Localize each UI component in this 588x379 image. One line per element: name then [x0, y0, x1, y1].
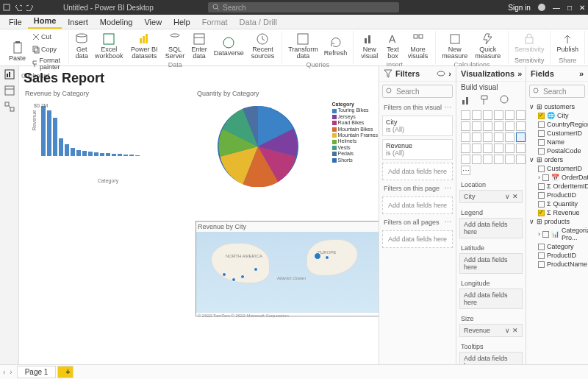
recent-sources-button[interactable]: Recent sources: [248, 31, 277, 61]
save-icon[interactable]: [3, 4, 10, 11]
tab-file[interactable]: File: [3, 15, 28, 29]
field-productname[interactable]: ProductName: [526, 260, 588, 269]
format-icon[interactable]: [480, 94, 492, 106]
viz-scatter[interactable]: [472, 132, 481, 142]
chevron-icon[interactable]: ›: [448, 69, 451, 78]
field-well-location[interactable]: City∨ ✕: [459, 190, 523, 203]
visual-bar-chart[interactable]: Revenue by Category Revenue $0.2M Catego…: [24, 88, 193, 228]
chevron-icon[interactable]: »: [579, 69, 584, 78]
more-icon[interactable]: ⋯: [445, 219, 451, 226]
analytics-icon[interactable]: [499, 94, 511, 106]
tab-data-drill[interactable]: Data / Drill: [234, 15, 283, 29]
viz-100-col[interactable]: [516, 110, 526, 120]
field-well-longitude[interactable]: Add data fields here: [459, 288, 523, 309]
viz-r[interactable]: [472, 155, 481, 164]
signin-link[interactable]: Sign in: [508, 4, 531, 12]
add-filter-well-page[interactable]: Add data fields here: [382, 196, 453, 214]
avatar-icon[interactable]: [538, 4, 545, 11]
viz-stacked-bar[interactable]: [461, 110, 470, 120]
page-tab-1[interactable]: Page 1: [17, 366, 57, 378]
pbi-datasets-button[interactable]: Power BI datasets: [128, 31, 161, 61]
viz-donut[interactable]: [494, 132, 503, 142]
tab-insert[interactable]: Insert: [62, 15, 94, 29]
viz-clustered-bar[interactable]: [483, 110, 492, 120]
field-name[interactable]: Name: [526, 138, 588, 146]
field-well-legend[interactable]: Add data fields here: [459, 218, 523, 238]
table-products[interactable]: ∨ ⊞ products: [526, 217, 588, 226]
tab-home[interactable]: Home: [28, 14, 62, 29]
field-well-size[interactable]: Revenue∨ ✕: [459, 324, 523, 337]
viz-ribbon[interactable]: [505, 121, 514, 131]
tab-view[interactable]: View: [138, 15, 168, 29]
viz-clustered-col[interactable]: [494, 110, 503, 120]
visual-pie-chart[interactable]: Quantity by Category Category Touring Bi…: [196, 88, 379, 221]
viz-funnel[interactable]: [461, 132, 470, 142]
copy-button[interactable]: Copy: [30, 43, 64, 55]
enter-data-button[interactable]: Enter data: [189, 31, 209, 61]
field-postalcode[interactable]: PostalCode: [526, 146, 588, 155]
close-button[interactable]: ✕: [579, 4, 585, 12]
tab-modeling[interactable]: Modeling: [94, 15, 139, 29]
field-orderitemid[interactable]: Σ OrderItemID: [526, 182, 588, 191]
more-visuals-button[interactable]: More visuals: [405, 31, 431, 61]
tab-format[interactable]: Format: [196, 15, 234, 29]
paste-button[interactable]: Paste: [7, 40, 27, 63]
chevron-icon[interactable]: »: [517, 69, 522, 78]
viz-waterfall[interactable]: [516, 121, 526, 131]
field-categorized[interactable]: › 📊 Categorized Pro...: [526, 226, 588, 242]
viz-py[interactable]: [483, 155, 492, 164]
field-customerid[interactable]: CustomerID: [526, 129, 588, 138]
viz-slicer[interactable]: [505, 144, 514, 153]
new-visual-button[interactable]: New visual: [358, 31, 381, 61]
next-page-icon[interactable]: ›: [10, 368, 12, 376]
field-well-tooltips[interactable]: Add data fields here: [459, 352, 523, 364]
viz-more[interactable]: ⋯: [461, 166, 470, 175]
viz-line[interactable]: [461, 121, 470, 131]
viz-treemap[interactable]: [505, 132, 514, 142]
viz-card[interactable]: [483, 144, 492, 153]
minimize-button[interactable]: —: [553, 4, 560, 12]
cut-button[interactable]: Cut: [30, 31, 64, 43]
redo-icon[interactable]: [26, 4, 34, 11]
get-data-button[interactable]: Get data: [74, 31, 91, 61]
field-city[interactable]: 🌐 City: [526, 111, 588, 120]
viz-stacked-col[interactable]: [472, 110, 481, 120]
field-o-customerid[interactable]: CustomerID: [526, 164, 588, 173]
field-orderdate[interactable]: › 📅 OrderDate: [526, 173, 588, 182]
publish-button[interactable]: Publish: [555, 31, 580, 54]
undo-icon[interactable]: [15, 4, 22, 11]
viz-decomp[interactable]: [505, 155, 514, 164]
fields-search[interactable]: Search: [529, 85, 585, 98]
report-canvas[interactable]: Sales Report Revenue by Category Revenue…: [19, 66, 379, 364]
filter-card-city[interactable]: Cityis (All): [382, 116, 453, 136]
viz-gauge[interactable]: [472, 144, 481, 153]
viz-100-bar[interactable]: [505, 110, 514, 120]
field-category[interactable]: Category: [526, 242, 588, 251]
more-icon[interactable]: ⋯: [445, 104, 451, 111]
build-icon[interactable]: [461, 94, 473, 106]
viz-qa[interactable]: [516, 155, 526, 164]
new-measure-button[interactable]: New measure: [440, 31, 469, 61]
add-filter-well-all[interactable]: Add data fields here: [382, 230, 453, 248]
more-icon[interactable]: ⋯: [445, 185, 451, 192]
viz-key-infl[interactable]: [494, 155, 503, 164]
viz-map[interactable]: [516, 132, 526, 142]
add-page-button[interactable]: +: [57, 366, 74, 378]
excel-button[interactable]: Excel workbook: [93, 31, 125, 61]
field-revenue[interactable]: Σ Revenue: [526, 208, 588, 217]
report-view-icon[interactable]: [4, 69, 15, 79]
transform-data-button[interactable]: Transform data: [287, 31, 320, 61]
dataverse-button[interactable]: Dataverse: [212, 35, 245, 58]
filter-card-revenue[interactable]: Revenueis (All): [382, 139, 453, 160]
maximize-button[interactable]: □: [567, 4, 572, 12]
field-p-productid[interactable]: ProductID: [526, 251, 588, 260]
viz-area[interactable]: [472, 121, 481, 131]
field-quantity[interactable]: Σ Quantity: [526, 199, 588, 208]
viz-pie[interactable]: [483, 132, 492, 142]
visual-map[interactable]: Revenue by City NORTH AMERICA EUROPE Atl…: [196, 221, 379, 316]
viz-filled-map[interactable]: [461, 144, 470, 153]
viz-table[interactable]: [516, 144, 526, 153]
refresh-button[interactable]: Refresh: [323, 35, 349, 58]
data-view-icon[interactable]: [4, 85, 15, 96]
field-well-latitude[interactable]: Add data fields here: [459, 253, 523, 274]
